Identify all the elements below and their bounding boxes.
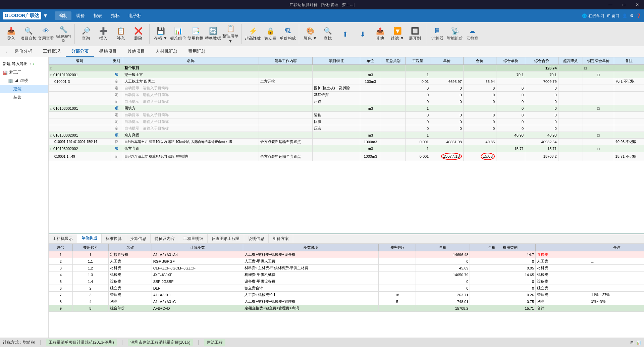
sidebar-item-architecture[interactable]: 建筑 (0, 85, 48, 93)
table-row[interactable]: 定 自动提示：请输入子目简称 压实 0 0 0 0 0 (49, 125, 644, 132)
find-button[interactable]: 🔍查找 (319, 25, 336, 43)
nav-back-button[interactable]: ‹ (3, 48, 9, 55)
list-item[interactable]: 7 3 管理费 A1+A3*0.1 人工费+机械费*0.1 18 263.71 … (49, 292, 644, 298)
std-price-button[interactable]: 📊标准组价 (170, 25, 186, 43)
window-menu[interactable]: ⊞ 窗口 (607, 13, 620, 19)
cloud-check-button[interactable]: ☁云检查 (464, 25, 481, 43)
up-button[interactable]: ⬆ (337, 25, 354, 43)
table-row[interactable]: □ 010103001001 项 回填方 m3 1 0 0 □ (49, 105, 644, 112)
other-button[interactable]: 📤其他 (372, 25, 388, 43)
expand-button[interactable]: 🔲展开到 (407, 25, 423, 43)
status-std1[interactable]: 工程量清单项目计量规范(2013-深圳) (46, 339, 117, 346)
upper-table[interactable]: 编码 类别 名称 清单工作内容 项目特征 单位 汇总类别 工程量 单价 合价 综… (49, 57, 644, 234)
higheff-button[interactable]: ⚡超高降效 (245, 25, 261, 43)
list-item[interactable]: 1 1 定额直接费 A1+A2+A3+A4 人工费+材料费+机械费+设备费 14… (49, 251, 644, 258)
list-item[interactable]: 5 1.4 设备费 SBF-JGSBF 设备费-甲供设备费 0 0 设备费 (49, 278, 644, 285)
lr4-rate (379, 271, 416, 278)
ltab-description[interactable]: 说明信息 (244, 234, 269, 243)
online-study[interactable]: 🌐 在线学习 (582, 13, 604, 19)
tab-cost-summary[interactable]: 费用汇总 (183, 46, 211, 57)
view-usage-button[interactable]: 👁套用查看 (38, 25, 54, 43)
list-item[interactable]: 4 1.3 机械费 JXF-JGJXF 机械费-甲供机械费 14650.79 1… (49, 271, 644, 278)
sort-up-icon[interactable]: ↑ (29, 61, 31, 66)
convert-button[interactable]: 🔧新旧机械转换 (55, 25, 72, 43)
insert-button[interactable]: ➕插入 (95, 25, 112, 43)
ltab-std-calc[interactable]: 标准换算 (102, 234, 126, 243)
status-icon-2[interactable]: 📊 (636, 340, 641, 345)
row4-qty: 1 (406, 145, 430, 152)
user-icon[interactable]: 👤 (622, 13, 627, 18)
replace-button[interactable]: 🔄替换数据 (205, 25, 221, 43)
menu-edit[interactable]: 编制 (55, 11, 71, 20)
menu-indicator[interactable]: 指标 (107, 11, 124, 20)
status-type[interactable]: 建筑工程 (204, 339, 225, 346)
maximize-button[interactable]: □ (617, 0, 631, 9)
sidebar-item-building2[interactable]: 🏢 ◢ 2#楼 (0, 77, 48, 85)
list-item[interactable]: 3 1.2 材料费 CLF+ZCF-JGCLF-JGZCF 材料费+主材费-甲供… (49, 265, 644, 271)
archive-button[interactable]: 💾存档 ▼ (152, 25, 169, 43)
menu-report[interactable]: 报表 (90, 11, 106, 20)
table-row[interactable]: □ 010101002001 项 挖一般土方 m3 1 70.1 70.1 (49, 71, 644, 78)
smart-price-button[interactable]: 📡智能组价 (446, 25, 463, 43)
lr4-seq: 4 (49, 271, 73, 278)
close-button[interactable]: ✕ (631, 0, 644, 9)
lr5-code: 1.4 (72, 278, 108, 285)
tab-project-info[interactable]: 工程概况 (38, 46, 66, 57)
ltab-group-plan[interactable]: 组价方案 (269, 234, 293, 243)
help-icon[interactable]: ❓ (636, 13, 641, 18)
down-button[interactable]: ⬇ (354, 25, 371, 43)
tab-measures[interactable]: 措施项目 (94, 46, 122, 57)
tab-section-items[interactable]: 分部分项 (66, 46, 94, 57)
menu-adjust[interactable]: 调价 (72, 11, 89, 20)
supplement-button[interactable]: 📋补充 (112, 25, 129, 43)
sidebar-item-factory[interactable]: 🏭 梦工厂 (0, 68, 48, 77)
table-row[interactable]: □ 010103002001 项 余方弃置 m3 1 40.93 40.93 (49, 132, 644, 139)
lower-content[interactable]: 序号 费用代号 名称 计算基数 基数说明 费率(%) 单价 合价——费用类别 备… (49, 244, 644, 338)
table-row[interactable]: 定 自动提示：请输入子目简称 围护(挡土板)、及拆除 0 0 0 0 0 (49, 85, 644, 92)
row4-work (259, 145, 313, 152)
status-std2[interactable]: 深圳市建筑工程消耗量定额(2016) (128, 339, 193, 346)
unit-price-button[interactable]: 🏗单价构成 (279, 25, 296, 43)
table-row[interactable]: 定 自动提示：请输入子目简称 运输 0 0 0 0 0 (49, 98, 644, 105)
ltab-labor-machine[interactable]: 工料机显示 (49, 234, 77, 243)
list-item[interactable]: 6 2 独立费 DLF 独立费合计 0 0 独立费 (49, 285, 644, 292)
auto6-total: 0 (463, 125, 496, 132)
menu-electronic[interactable]: 电子标 (124, 11, 146, 20)
list-item[interactable]: 9 5 综合单价 A+B+C+D 定额直接费+独立费+管理费+利润 15708.… (49, 305, 644, 312)
standalone-button[interactable]: 🔒独立费 (262, 25, 279, 43)
sort-down-icon[interactable]: ↓ (32, 61, 34, 66)
minimize-button[interactable]: — (604, 0, 617, 9)
calculator-button[interactable]: 🖩计算器 (429, 25, 446, 43)
auto5-code (49, 118, 110, 125)
tab-cost-analysis[interactable]: 造价分析 (9, 46, 38, 57)
status-icon-1[interactable]: ⊞ (630, 340, 634, 345)
settings-icon[interactable]: ⚙ (630, 13, 634, 18)
color-button[interactable]: 🎨颜色 ▼ (302, 25, 319, 43)
sidebar-item-decoration[interactable]: 装饰 (0, 93, 48, 102)
table-row[interactable]: 定 自动提示：请输入子目简称 回填 0 0 0 0 0 (49, 118, 644, 125)
lr7-price: 263.71 (416, 292, 470, 298)
table-row[interactable]: 010001-3 定 人工挖土方 四类土 土方开挖 100m3 0.01 669… (49, 78, 644, 85)
query-button[interactable]: 🔎查询 (77, 25, 94, 43)
tab-labor-material[interactable]: 人材机汇总 (150, 46, 183, 57)
ltab-qty-detail[interactable]: 工程量明细 (179, 234, 208, 243)
ltab-graphic[interactable]: 反查图形工程量 (208, 234, 244, 243)
ltab-calc-info[interactable]: 换算信息 (126, 234, 151, 243)
list-item[interactable]: 2 1.1 人工费 RGF-JGRGF 人工费-甲供人工费 0 0 人工费 ..… (49, 258, 644, 265)
row3-unit: m3 (360, 132, 381, 139)
table-row[interactable]: 定 自动提示：请输入子目简称 运输 0 0 0 0 0 (49, 112, 644, 118)
table-row[interactable]: □ 010103002002 项 余方弃置 m3 1 15.71 15.71 (49, 145, 644, 152)
table-row[interactable]: 定 自动提示：请输入子目简称 基底钎探 0 0 0 0 0 (49, 92, 644, 98)
ltab-unit-price[interactable]: 单价构成 (77, 234, 102, 243)
delete-button[interactable]: ❌删除 (130, 25, 147, 43)
list-item[interactable]: 8 4 利润 A1+A2+A3+C 人工费+材料费+机械费+管理费 5 748.… (49, 298, 644, 305)
reuse-button[interactable]: 📑复用数据 (187, 25, 204, 43)
project-check-button[interactable]: 🔍项目自检 (20, 25, 37, 43)
tab-other[interactable]: 其他项目 (122, 46, 150, 57)
arrange-button[interactable]: 📋整理清单 ▼ (222, 25, 239, 43)
filter-button[interactable]: 🔽过滤 ▼ (389, 25, 406, 43)
import-button[interactable]: 📥导入 (3, 25, 19, 43)
ltab-features[interactable]: 特征及内容 (151, 234, 179, 243)
table-row[interactable]: 010001-149+010001-150*14 换 自卸汽车运土方 载重10t… (49, 139, 644, 145)
table-row[interactable]: 010001-1...49 定 自卸汽车运土方 载重10t以内 运距 1km以内… (49, 152, 644, 161)
